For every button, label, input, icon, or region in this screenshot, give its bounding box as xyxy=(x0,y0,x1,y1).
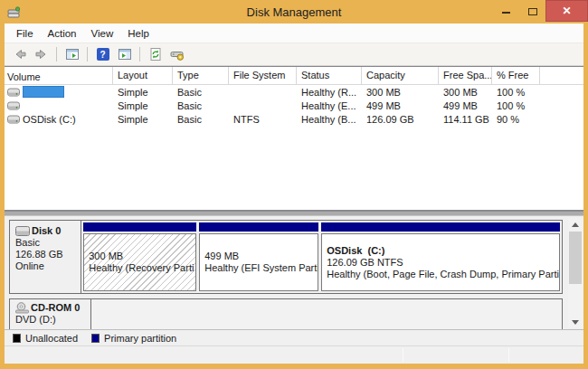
minimize-icon xyxy=(502,12,510,14)
scrollbar-thumb[interactable] xyxy=(569,232,582,284)
volume-drive-icon xyxy=(7,115,20,124)
close-button[interactable]: ✕ xyxy=(545,0,588,22)
disk-size: 126.88 GB xyxy=(15,249,81,260)
refresh-button[interactable] xyxy=(146,45,165,63)
disk-management-window: Disk Management ✕ File Action View Help xyxy=(0,0,588,369)
help-button[interactable]: ? xyxy=(93,45,112,63)
partition-osdisk[interactable]: OSDisk (C:) 126.09 GB NTFS Healthy (Boot… xyxy=(321,222,560,291)
cell-status: Healthy (E... xyxy=(297,100,362,111)
vertical-scrollbar[interactable] xyxy=(568,218,583,328)
cell-type: Basic xyxy=(173,114,229,125)
cell-file-system: NTFS xyxy=(229,114,297,125)
partition-size: 126.09 GB NTFS xyxy=(327,257,559,269)
partition-efi[interactable]: 499 MB Healthy (EFI System Partit xyxy=(199,222,318,291)
maximize-button[interactable] xyxy=(519,0,545,20)
status-bar xyxy=(5,345,583,364)
volume-row-recovery[interactable]: Simple Basic Healthy (R... 300 MB 300 MB… xyxy=(5,85,583,99)
forward-arrow-icon xyxy=(34,47,49,62)
cdrom-media: DVD (D:) xyxy=(15,314,90,326)
volume-drive-icon xyxy=(7,88,20,97)
back-button[interactable] xyxy=(10,45,29,63)
titlebar[interactable]: Disk Management ✕ xyxy=(0,0,588,24)
partition-type-bar xyxy=(321,222,560,232)
action-pane-icon xyxy=(118,47,132,62)
volume-list-header: Volume Layout Type File System Status Ca… xyxy=(5,67,583,85)
toolbar-separator xyxy=(87,47,88,62)
cdrom-0-info[interactable]: CD-ROM 0 DVD (D:) xyxy=(10,299,91,329)
console-tree-button[interactable] xyxy=(62,45,81,63)
forward-button[interactable] xyxy=(32,45,51,63)
cell-status: Healthy (R... xyxy=(297,87,362,98)
cell-capacity: 300 MB xyxy=(362,87,439,98)
window-frame-bottom xyxy=(0,364,588,369)
disk-drive-icon xyxy=(15,226,30,236)
partition-status: Healthy (EFI System Partit xyxy=(204,262,318,274)
scroll-down-icon xyxy=(572,320,579,325)
menu-help[interactable]: Help xyxy=(120,25,156,42)
cell-percent-free: 100 % xyxy=(492,87,540,98)
column-header-volume[interactable]: Volume xyxy=(5,67,113,84)
help-icon: ? xyxy=(97,48,109,61)
cell-capacity: 126.09 GB xyxy=(362,114,439,125)
partition-recovery[interactable]: 300 MB Healthy (Recovery Parti xyxy=(83,222,196,291)
cell-type: Basic xyxy=(173,87,229,98)
refresh-icon xyxy=(148,47,163,62)
disk-0-info[interactable]: Disk 0 Basic 126.88 GB Online xyxy=(10,221,81,293)
menu-action[interactable]: Action xyxy=(41,25,84,42)
cell-type: Basic xyxy=(173,100,229,111)
close-icon: ✕ xyxy=(562,5,571,17)
maximize-icon xyxy=(528,8,537,15)
window-controls: ✕ xyxy=(493,0,588,24)
disk-type: Basic xyxy=(15,237,81,249)
partition-status: Healthy (Recovery Parti xyxy=(89,262,195,274)
column-header-file-system[interactable]: File System xyxy=(229,67,297,84)
cdrom-media-area[interactable] xyxy=(91,299,562,329)
action-pane-button[interactable] xyxy=(115,45,134,63)
disk-gear-icon xyxy=(170,47,185,62)
column-header-filler xyxy=(540,67,583,84)
statusbar-separator xyxy=(508,348,509,362)
disk-management-app-icon xyxy=(6,5,22,20)
partition-type-bar xyxy=(199,222,318,232)
cell-free-space: 114.11 GB xyxy=(439,114,492,125)
partition-status: Healthy (Boot, Page File, Crash Dump, Pr… xyxy=(327,269,559,280)
menu-file[interactable]: File xyxy=(9,25,41,42)
legend-bar: Unallocated Primary partition xyxy=(5,329,583,345)
column-header-layout[interactable]: Layout xyxy=(113,67,173,84)
volume-row-osdisk[interactable]: OSDisk (C:) Simple Basic NTFS Healthy (B… xyxy=(5,112,583,126)
cell-percent-free: 100 % xyxy=(492,100,540,111)
scroll-down-button[interactable] xyxy=(568,316,583,328)
menubar: File Action View Help xyxy=(5,24,583,43)
disk-status: Online xyxy=(15,260,81,272)
volume-drive-icon xyxy=(7,101,20,110)
cell-percent-free: 90 % xyxy=(492,114,540,125)
legend-label: Primary partition xyxy=(104,333,176,344)
toolbar-separator xyxy=(56,47,57,62)
graphical-view-pane: Disk 0 Basic 126.88 GB Online 300 MB Hea… xyxy=(5,216,583,329)
unallocated-swatch xyxy=(13,334,21,343)
volume-row-efi[interactable]: Simple Basic Healthy (E... 499 MB 499 MB… xyxy=(5,99,583,112)
cell-layout: Simple xyxy=(113,100,173,111)
disk-0-block: Disk 0 Basic 126.88 GB Online 300 MB Hea… xyxy=(9,220,563,294)
volume-list-pane: Volume Layout Type File System Status Ca… xyxy=(5,66,583,211)
cdrom-name: CD-ROM 0 xyxy=(31,302,80,314)
selected-volume-name-box[interactable] xyxy=(23,86,64,98)
column-header-type[interactable]: Type xyxy=(173,67,229,84)
cell-capacity: 499 MB xyxy=(362,100,439,111)
disk-name: Disk 0 xyxy=(32,225,61,237)
cd-rom-icon xyxy=(15,302,29,314)
scroll-up-button[interactable] xyxy=(568,218,583,231)
disk-properties-button[interactable] xyxy=(167,45,186,63)
column-header-capacity[interactable]: Capacity xyxy=(362,67,439,84)
menu-view[interactable]: View xyxy=(84,25,121,42)
partition-title: OSDisk (C:) xyxy=(327,245,559,257)
toolbar-separator xyxy=(139,47,140,62)
partition-size: 300 MB xyxy=(89,251,195,262)
minimize-button[interactable] xyxy=(493,0,519,20)
back-arrow-icon xyxy=(13,47,27,62)
cell-layout: Simple xyxy=(113,114,173,125)
column-header-free-space[interactable]: Free Spa... xyxy=(439,67,492,84)
column-header-percent-free[interactable]: % Free xyxy=(492,67,540,84)
disk-0-partitions: 300 MB Healthy (Recovery Parti 499 MB He… xyxy=(81,221,562,293)
column-header-status[interactable]: Status xyxy=(297,67,362,84)
